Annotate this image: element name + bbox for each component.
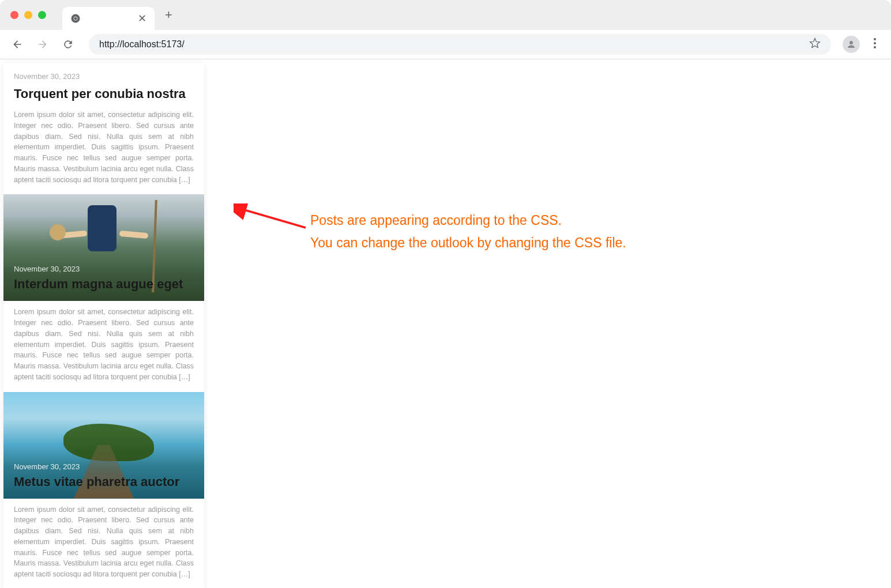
svg-point-5 [874, 42, 876, 44]
posts-column: November 30, 2023 Torquent per conubia n… [0, 59, 208, 588]
arrow-right-icon [37, 39, 48, 50]
annotation-line: Posts are appearing according to the CSS… [310, 209, 626, 232]
chrome-icon [70, 13, 81, 24]
star-icon [809, 37, 821, 49]
window-close-button[interactable] [10, 11, 18, 19]
post-excerpt: Lorem ipsum dolor sit amet, consectetur … [14, 110, 194, 185]
svg-point-3 [849, 41, 853, 44]
post-featured-image: November 30, 2023 Metus vitae pharetra a… [3, 392, 204, 499]
person-icon [846, 39, 856, 50]
arrow-left-icon [12, 39, 23, 50]
post-date: November 30, 2023 [14, 72, 194, 81]
post-date: November 30, 2023 [14, 265, 194, 273]
post-excerpt: Lorem ipsum dolor sit amet, consectetur … [14, 504, 194, 580]
browser-menu-button[interactable] [867, 38, 883, 51]
arrow-icon [234, 203, 311, 238]
new-tab-button[interactable]: + [165, 7, 172, 22]
svg-point-4 [874, 38, 876, 40]
svg-line-8 [242, 209, 306, 228]
tab-bar: ✕ + [0, 0, 891, 30]
post-card[interactable]: November 30, 2023 Torquent per conubia n… [3, 63, 204, 588]
browser-toolbar: http://localhost:5173/ [0, 30, 891, 59]
annotation-line: You can change the outlook by changing t… [310, 232, 626, 254]
browser-chrome: ✕ + http://localhost:5173/ [0, 0, 891, 59]
url-bar[interactable]: http://localhost:5173/ [89, 34, 831, 55]
window-maximize-button[interactable] [38, 11, 46, 19]
url-text: http://localhost:5173/ [99, 39, 185, 50]
bookmark-button[interactable] [809, 37, 821, 51]
reload-icon [62, 39, 74, 50]
reload-button[interactable] [59, 35, 77, 54]
back-button[interactable] [8, 35, 27, 54]
window-minimize-button[interactable] [24, 11, 32, 19]
annotation-text: Posts are appearing according to the CSS… [310, 209, 626, 254]
page-content: November 30, 2023 Torquent per conubia n… [0, 59, 891, 588]
svg-point-6 [874, 46, 876, 48]
svg-point-2 [74, 17, 77, 20]
post-title: Torquent per conubia nostra [14, 86, 194, 101]
post-title: Interdum magna augue eget [14, 277, 194, 292]
traffic-lights [10, 11, 46, 19]
browser-tab[interactable]: ✕ [62, 7, 155, 30]
profile-avatar[interactable] [843, 36, 860, 53]
post-excerpt: Lorem ipsum dolor sit amet, consectetur … [14, 307, 194, 382]
forward-button[interactable] [33, 35, 52, 54]
post-date: November 30, 2023 [14, 462, 194, 471]
close-tab-icon[interactable]: ✕ [138, 12, 146, 25]
dots-vertical-icon [874, 38, 876, 48]
post-title: Metus vitae pharetra auctor [14, 474, 194, 489]
post-featured-image: November 30, 2023 Interdum magna augue e… [3, 194, 204, 301]
